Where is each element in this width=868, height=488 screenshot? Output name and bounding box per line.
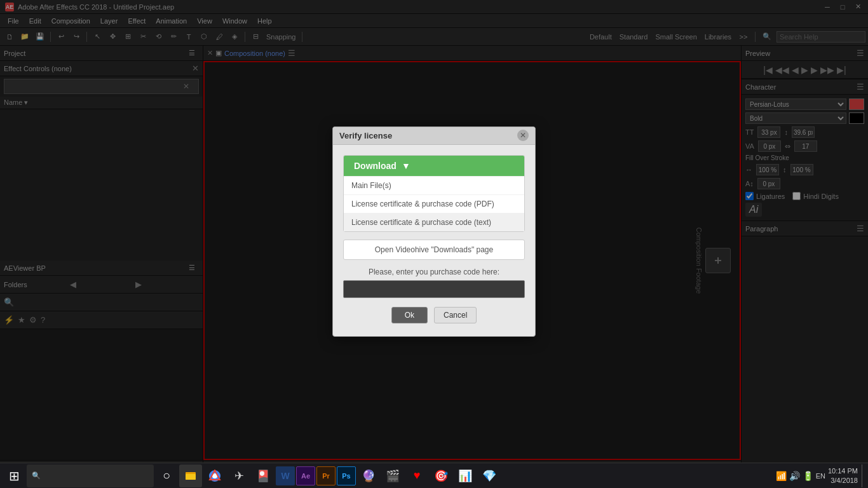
taskbar-time-value: 10:14 PM: [828, 466, 858, 475]
purchase-label: Please, enter you purchase code here:: [343, 268, 525, 276]
taskbar-app14[interactable]: 📊: [454, 464, 477, 487]
open-videohive-button[interactable]: Open Videohive "Downloads" page: [343, 240, 525, 260]
dropdown-item-1[interactable]: License certificate & purchase code (PDF…: [344, 195, 524, 214]
modal-close-button[interactable]: ✕: [517, 130, 529, 141]
svg-rect-1: [186, 474, 196, 480]
taskbar: ⊞ 🔍 ○ ✈ 🎴 W Ae Pr Ps 🔮 🎬 ♥ 🎯 📊 💎 📶 🔊 🔋 E…: [0, 463, 868, 488]
verify-license-modal: Verify license ✕ Download ▼ Main File(s)…: [332, 126, 536, 337]
taskbar-app12[interactable]: ♥: [405, 464, 428, 487]
modal-title: Verify license: [339, 131, 517, 140]
dropdown-item-2[interactable]: License certificate & purchase code (tex…: [344, 214, 524, 231]
taskbar-app13[interactable]: 🎯: [430, 464, 452, 487]
taskbar-lang[interactable]: EN: [816, 472, 825, 480]
download-dropdown: Main File(s) License certificate & purch…: [344, 176, 524, 231]
taskbar-photoshop[interactable]: Ps: [337, 466, 356, 485]
modal-body: Download ▼ Main File(s) License certific…: [333, 145, 535, 336]
dropdown-item-0[interactable]: Main File(s): [344, 177, 524, 195]
download-arrow-icon: ▼: [402, 161, 410, 171]
taskbar-search[interactable]: 🔍: [27, 464, 154, 487]
purchase-code-section: Please, enter you purchase code here:: [343, 268, 525, 307]
taskbar-app5[interactable]: 🎴: [252, 464, 275, 487]
taskbar-premiere[interactable]: Pr: [316, 466, 336, 485]
taskbar-app11[interactable]: 🎬: [381, 464, 404, 487]
download-label: Download: [354, 161, 397, 171]
modal-titlebar: Verify license ✕: [333, 127, 535, 145]
taskbar-explorer[interactable]: [179, 464, 202, 487]
taskbar-chrome[interactable]: [203, 464, 226, 487]
taskbar-app10[interactable]: 🔮: [357, 464, 380, 487]
purchase-code-input[interactable]: [343, 280, 525, 298]
modal-overlay: Verify license ✕ Download ▼ Main File(s)…: [0, 0, 868, 463]
taskbar-search-icon: 🔍: [32, 471, 41, 480]
taskbar-cortana[interactable]: ○: [155, 464, 178, 487]
cancel-button[interactable]: Cancel: [434, 307, 477, 323]
modal-footer: Ok Cancel: [343, 307, 525, 326]
taskbar-aftereffects[interactable]: Ae: [296, 466, 315, 485]
download-button[interactable]: Download ▼: [344, 156, 524, 176]
taskbar-volume[interactable]: 🔊: [789, 471, 800, 481]
taskbar-word[interactable]: W: [276, 466, 295, 485]
taskbar-icons: 📶 🔊 🔋 EN: [776, 471, 825, 481]
ok-button[interactable]: Ok: [391, 307, 428, 323]
download-section: Download ▼ Main File(s) License certific…: [343, 155, 525, 232]
start-button[interactable]: ⊞: [3, 464, 25, 487]
taskbar-telegram[interactable]: ✈: [227, 464, 250, 487]
taskbar-datetime[interactable]: 10:14 PM 3/4/2018: [828, 466, 858, 485]
taskbar-show-desktop[interactable]: [862, 464, 865, 487]
taskbar-network[interactable]: 📶: [776, 471, 787, 481]
taskbar-right: 📶 🔊 🔋 EN 10:14 PM 3/4/2018: [776, 464, 865, 487]
taskbar-battery[interactable]: 🔋: [803, 471, 813, 481]
taskbar-date-value: 3/4/2018: [828, 476, 858, 485]
taskbar-app15[interactable]: 💎: [478, 464, 501, 487]
